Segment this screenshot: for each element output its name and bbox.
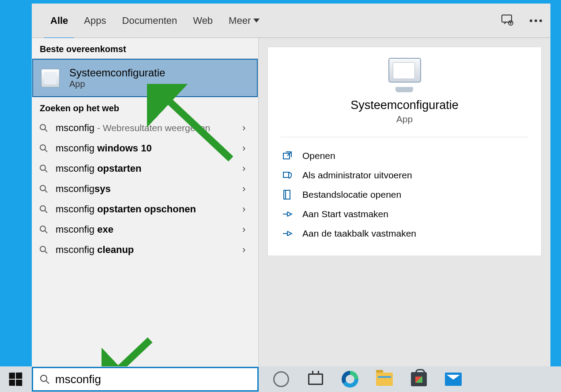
svg-point-3 xyxy=(535,19,537,22)
web-result-2[interactable]: msconfig opstarten› xyxy=(32,158,258,179)
task-view-icon xyxy=(308,373,323,385)
chevron-right-icon: › xyxy=(242,224,250,235)
action-pinstart-label: Aan Start vastmaken xyxy=(302,209,388,219)
msconfig-icon xyxy=(41,69,60,87)
chevron-right-icon: › xyxy=(242,143,250,154)
chevron-right-icon: › xyxy=(242,122,250,134)
action-admin-label: Als administrator uitvoeren xyxy=(302,170,412,181)
action-pin-taskbar[interactable]: Aan de taakbalk vastmaken xyxy=(280,224,529,243)
web-result-label: msconfig - Webresultaten weergeven xyxy=(56,122,236,134)
task-view-button[interactable] xyxy=(306,370,325,388)
store-button[interactable] xyxy=(410,370,428,388)
tab-documents[interactable]: Documenten xyxy=(114,11,185,30)
best-match-title: Systeemconfiguratie xyxy=(69,67,165,79)
svg-line-10 xyxy=(45,170,47,172)
file-explorer-icon xyxy=(376,373,393,386)
chevron-right-icon: › xyxy=(242,183,250,195)
web-result-5[interactable]: msconfig exe› xyxy=(32,219,258,240)
best-match-item[interactable]: Systeemconfiguratie App xyxy=(32,59,258,97)
svg-point-11 xyxy=(40,185,45,191)
web-result-6[interactable]: msconfig cleanup› xyxy=(32,240,258,260)
explorer-button[interactable] xyxy=(375,370,394,388)
mail-icon xyxy=(445,373,462,386)
pin-taskbar-icon xyxy=(282,228,293,239)
action-pin-start[interactable]: Aan Start vastmaken xyxy=(280,204,529,224)
search-icon xyxy=(38,143,49,154)
svg-point-5 xyxy=(40,124,45,130)
more-icon[interactable] xyxy=(529,19,542,23)
chevron-right-icon: › xyxy=(242,244,250,256)
edge-icon xyxy=(342,371,358,388)
chevron-right-icon: › xyxy=(242,204,250,215)
svg-line-25 xyxy=(46,381,49,384)
tab-bar: Alle Apps Documenten Web Meer xyxy=(32,4,550,38)
detail-title: Systeemconfiguratie xyxy=(350,98,459,112)
tab-more[interactable]: Meer xyxy=(221,11,267,30)
chevron-down-icon xyxy=(253,19,260,23)
detail-card: Systeemconfiguratie App Openen Als admin… xyxy=(267,47,542,256)
action-fileloc-label: Bestandslocatie openen xyxy=(302,189,401,200)
web-result-label: msconfigsys xyxy=(56,183,236,195)
svg-rect-21 xyxy=(284,190,290,199)
action-file-location[interactable]: Bestandslocatie openen xyxy=(280,185,529,204)
taskbar xyxy=(0,366,561,392)
cortana-icon xyxy=(273,371,289,387)
feedback-icon[interactable] xyxy=(501,14,515,27)
search-panel: Alle Apps Documenten Web Meer Beste over… xyxy=(32,4,550,366)
web-result-1[interactable]: msconfig windows 10› xyxy=(32,138,258,158)
web-result-label: msconfig windows 10 xyxy=(56,143,236,154)
shield-icon xyxy=(282,170,293,181)
start-button[interactable] xyxy=(0,366,31,392)
svg-point-9 xyxy=(40,165,45,170)
svg-point-7 xyxy=(40,145,45,150)
svg-line-14 xyxy=(45,211,47,213)
best-match-subtitle: App xyxy=(69,79,165,89)
tab-apps[interactable]: Apps xyxy=(76,11,114,30)
action-open-label: Openen xyxy=(302,151,335,161)
windows-logo-icon xyxy=(9,373,22,386)
svg-line-16 xyxy=(45,231,47,233)
svg-rect-20 xyxy=(283,172,289,177)
detail-subtitle: App xyxy=(396,114,413,124)
chevron-right-icon: › xyxy=(242,163,250,174)
search-icon xyxy=(38,122,49,134)
web-result-label: msconfig cleanup xyxy=(56,244,236,256)
web-result-3[interactable]: msconfigsys› xyxy=(32,179,258,199)
open-icon xyxy=(282,151,293,161)
svg-point-15 xyxy=(40,226,45,231)
svg-line-18 xyxy=(45,251,47,253)
detail-column: Systeemconfiguratie App Openen Als admin… xyxy=(259,38,550,366)
cortana-button[interactable] xyxy=(272,370,290,388)
web-result-label: msconfig opstarten opschonen xyxy=(56,204,236,215)
web-result-4[interactable]: msconfig opstarten opschonen› xyxy=(32,199,258,219)
svg-line-8 xyxy=(45,150,47,152)
web-result-label: msconfig exe xyxy=(56,224,236,235)
search-icon xyxy=(39,374,50,384)
search-icon xyxy=(38,204,49,215)
svg-line-6 xyxy=(45,129,47,132)
svg-point-2 xyxy=(530,19,532,22)
search-icon xyxy=(38,183,49,195)
action-run-admin[interactable]: Als administrator uitvoeren xyxy=(280,166,529,185)
svg-line-12 xyxy=(45,190,47,192)
action-open[interactable]: Openen xyxy=(280,146,529,166)
svg-point-24 xyxy=(41,375,47,381)
search-icon xyxy=(38,244,49,256)
svg-point-17 xyxy=(40,246,45,252)
taskbar-search-box[interactable] xyxy=(32,367,259,392)
search-input[interactable] xyxy=(55,373,251,386)
store-icon xyxy=(411,372,427,386)
tab-all[interactable]: Alle xyxy=(42,11,76,30)
results-column: Beste overeenkomst Systeemconfiguratie A… xyxy=(32,38,259,366)
folder-icon xyxy=(282,189,293,200)
best-match-header: Beste overeenkomst xyxy=(32,38,258,59)
svg-point-4 xyxy=(539,19,542,22)
web-results-header: Zoeken op het web xyxy=(32,97,258,118)
search-icon xyxy=(38,224,49,235)
tab-more-label: Meer xyxy=(229,15,251,26)
tab-web[interactable]: Web xyxy=(185,11,221,30)
web-result-0[interactable]: msconfig - Webresultaten weergeven› xyxy=(32,118,258,138)
edge-button[interactable] xyxy=(341,370,359,388)
msconfig-large-icon xyxy=(385,58,425,92)
mail-button[interactable] xyxy=(444,370,463,388)
